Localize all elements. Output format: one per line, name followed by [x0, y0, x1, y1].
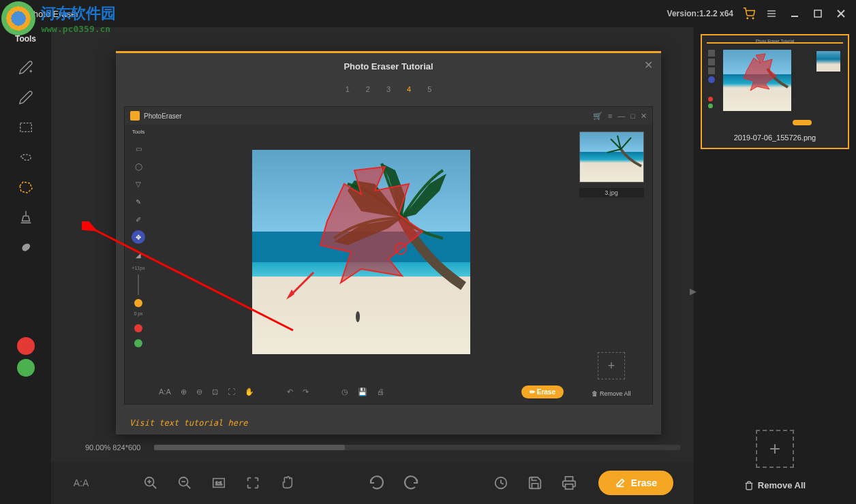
erase-button[interactable]: Erase: [598, 471, 673, 495]
inner-slider-dot: [134, 299, 142, 307]
svg-rect-27: [566, 484, 573, 489]
inner-thumb-label: 3.jpg: [579, 188, 644, 198]
zoom-in-button[interactable]: [141, 473, 160, 492]
close-button[interactable]: [834, 7, 848, 20]
red-color-indicator[interactable]: [17, 337, 35, 355]
step-2[interactable]: 2: [366, 85, 370, 93]
inner-beach-image: [252, 150, 470, 354]
fit-screen-button[interactable]: [243, 473, 262, 492]
step-1[interactable]: 1: [346, 85, 350, 93]
tools-label: Tools: [15, 34, 36, 44]
rectangle-select-tool[interactable]: [12, 114, 40, 141]
inner-add-button: +: [598, 352, 625, 379]
right-panel: Photo Eraser Tutorial 2019-07-06_155: [694, 27, 856, 504]
inner-pointer-tool: ✥: [132, 230, 145, 244]
minimize-button[interactable]: [788, 7, 801, 20]
hand-pan-button[interactable]: [277, 473, 296, 492]
dialog-close-button[interactable]: ✕: [644, 59, 653, 72]
inner-print-icon: 🖨: [377, 388, 384, 396]
zoom-info-label: 90.00% 824*600: [85, 443, 140, 452]
actual-size-button[interactable]: 1:1: [209, 473, 228, 492]
svg-line-18: [153, 485, 157, 489]
inner-lasso-tool: ◯: [132, 159, 145, 173]
inner-history-icon: ◷: [341, 388, 348, 396]
horizontal-scrollbar[interactable]: [154, 445, 680, 450]
inner-pencil-tool: ✐: [132, 212, 145, 226]
bottom-toolbar: A:A 1:1: [51, 462, 694, 504]
tutorial-dialog: Photo Eraser Tutorial ✕ 1 2 3 4 5 PhotoE: [116, 51, 661, 435]
step-5[interactable]: 5: [427, 85, 431, 93]
app-logo-icon: [8, 7, 22, 20]
erase-button-label: Erase: [631, 477, 657, 488]
status-bar: 90.00% 824*600: [78, 440, 687, 455]
inner-poly-tool: ▽: [132, 177, 145, 191]
visit-tutorial-link[interactable]: Visit text tutorial here: [129, 418, 247, 428]
remove-all-label: Remove All: [758, 480, 806, 490]
undo-button[interactable]: [367, 473, 386, 492]
svg-point-16: [356, 311, 360, 322]
inner-app-title: PhotoEraser: [144, 112, 182, 120]
panel-collapse-icon[interactable]: ▶: [690, 286, 697, 296]
svg-line-22: [187, 485, 191, 489]
tutorial-screenshot: PhotoEraser 🛒 ≡ — □ ✕ Tools: [124, 106, 653, 405]
svg-point-0: [747, 18, 748, 19]
smudge-tool[interactable]: [12, 234, 40, 261]
history-button[interactable]: [491, 473, 510, 492]
titlebar: Photo Eraser Version:1.2.2 x64: [0, 0, 856, 27]
maximize-button[interactable]: [811, 7, 825, 20]
scrollbar-thumb[interactable]: [154, 445, 345, 450]
svg-text:1:1: 1:1: [215, 480, 222, 486]
zoom-out-button[interactable]: [175, 473, 194, 492]
inner-thumbnail: [579, 131, 644, 183]
inner-minimize-icon: —: [617, 112, 625, 120]
app-title: Photo Eraser: [27, 9, 79, 19]
cart-icon[interactable]: [743, 7, 755, 20]
green-color-indicator[interactable]: [17, 359, 35, 377]
inner-green-dot: [134, 339, 142, 347]
thumbnail-preview: Photo Eraser Tutorial: [704, 37, 846, 129]
inner-zoomin-icon: ⊕: [181, 388, 187, 396]
inner-rect-tool: ▭: [132, 142, 145, 155]
step-4[interactable]: 4: [407, 85, 411, 93]
svg-marker-15: [286, 289, 294, 300]
step-3[interactable]: 3: [386, 85, 391, 93]
inner-save-icon: 💾: [358, 388, 367, 396]
svg-point-1: [752, 18, 754, 19]
remove-all-button[interactable]: Remove All: [744, 480, 806, 490]
compare-button[interactable]: A:A: [72, 473, 91, 492]
lasso-tool[interactable]: [12, 144, 40, 171]
thumbnail-item[interactable]: Photo Eraser Tutorial 2019-07-06_155: [701, 34, 849, 149]
pencil-tool[interactable]: [12, 84, 40, 111]
save-button[interactable]: [525, 473, 545, 492]
inner-compare-icon: A:A: [159, 388, 171, 396]
svg-rect-6: [814, 10, 821, 17]
canvas-area: Photo Eraser Tutorial ✕ 1 2 3 4 5 PhotoE: [51, 27, 694, 440]
center-area: Photo Eraser Tutorial ✕ 1 2 3 4 5 PhotoE: [51, 27, 694, 504]
inner-maximize-icon: □: [630, 112, 635, 120]
inner-cart-icon: 🛒: [593, 112, 602, 121]
inner-red-dot: [134, 324, 142, 332]
inner-close-icon: ✕: [641, 112, 647, 121]
polygon-lasso-tool[interactable]: [12, 174, 40, 201]
inner-erase-button: ✏ Erase: [521, 385, 564, 398]
inner-zoomout-icon: ⊖: [196, 388, 202, 396]
print-button[interactable]: [560, 473, 579, 492]
inner-tools-label: Tools: [132, 129, 145, 135]
redo-button[interactable]: [401, 473, 421, 492]
inner-removeall-label: 🗑 Remove All: [592, 390, 630, 397]
inner-fit-icon: ⊡: [212, 388, 218, 396]
inner-undo-icon: ↶: [287, 388, 293, 396]
stamp-tool[interactable]: [12, 204, 40, 231]
inner-crop-icon: ⛶: [228, 388, 235, 396]
version-label: Version:1.2.2 x64: [667, 9, 733, 18]
svg-rect-11: [20, 123, 31, 132]
inner-menu-icon: ≡: [608, 112, 612, 120]
thumbnail-filename: 2019-07-06_155726.png: [704, 129, 846, 146]
add-image-button[interactable]: +: [756, 430, 794, 468]
inner-brush-tool: ✎: [132, 195, 145, 208]
pencil-plus-tool[interactable]: [12, 54, 40, 81]
inner-logo-icon: [130, 111, 140, 121]
menu-icon[interactable]: [765, 7, 778, 20]
left-toolbar: Tools: [0, 27, 51, 504]
inner-smudge-tool: ◢: [132, 248, 145, 262]
